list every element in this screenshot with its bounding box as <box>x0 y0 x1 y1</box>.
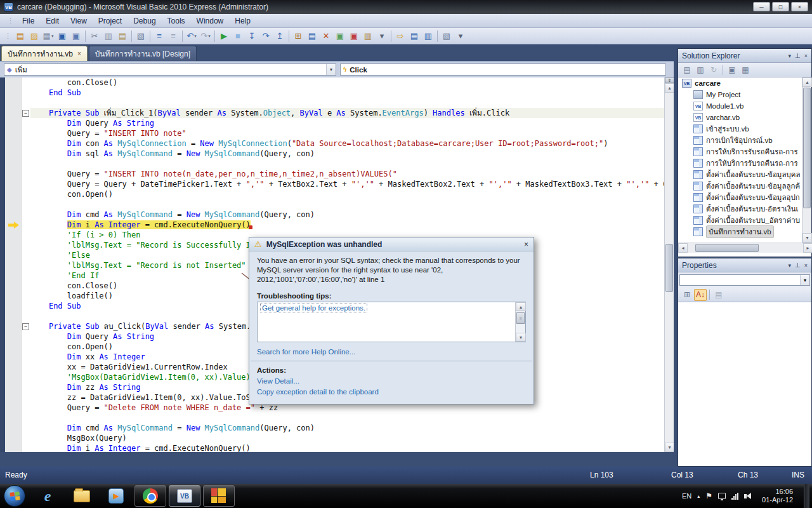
scroll-down-icon[interactable]: ▾ <box>665 443 674 452</box>
copy-icon[interactable]: ▥ <box>102 29 115 43</box>
save-icon[interactable]: ▣ <box>55 29 69 43</box>
tree-item[interactable]: VBcarcare <box>678 77 811 89</box>
menu-project[interactable]: Project <box>93 15 127 27</box>
combo-dropdown-icon[interactable]: ▾ <box>800 275 809 285</box>
dialog-close-icon[interactable]: × <box>524 240 528 249</box>
properties-icon[interactable]: ▤ <box>681 64 693 76</box>
save-all-icon[interactable]: ▣ <box>69 29 83 43</box>
show-desktop-button[interactable] <box>804 484 809 508</box>
tips-scrollbar[interactable]: ▴ ≡ ▾ <box>515 302 525 342</box>
code-line[interactable]: con.Close() <box>30 77 664 88</box>
properties-object-combo[interactable]: ▾ <box>679 274 810 286</box>
view-code-icon[interactable]: ▣ <box>726 64 738 76</box>
code-line[interactable] <box>30 159 664 169</box>
tips-scroll-thumb[interactable]: ≡ <box>516 312 525 324</box>
refresh-icon[interactable]: ↻ <box>707 64 720 76</box>
editor-vscroll-thumb[interactable] <box>665 244 673 292</box>
ie-icon[interactable]: e <box>32 485 63 507</box>
properties-window-icon[interactable]: ▤ <box>305 29 319 43</box>
tree-item[interactable]: VBModule1.vb <box>678 100 811 112</box>
add-item-icon[interactable]: ▦▾ <box>41 29 55 43</box>
code-line[interactable]: MsgBox(Query) <box>30 433 664 443</box>
events-combo[interactable]: ϟ Click <box>340 64 666 76</box>
error-list-icon[interactable]: ▣ <box>347 29 361 43</box>
tab-close-icon[interactable]: × <box>77 50 81 57</box>
step-over-icon[interactable]: ↷ <box>259 29 273 43</box>
tree-item[interactable]: ตั้งค่าเบื้องต้นระบบ-ข้อมูลลูกค้ <box>678 180 811 192</box>
cut-icon[interactable]: ✂ <box>88 29 102 43</box>
panel-close-icon[interactable]: × <box>804 262 808 269</box>
show-hidden-icons-icon[interactable]: ▴ <box>697 493 700 499</box>
comment-icon[interactable]: ≡ <box>152 29 166 43</box>
signal-icon[interactable] <box>731 493 738 500</box>
code-line[interactable]: Dim cmd As MySqlCommand = New MySqlComma… <box>30 423 664 433</box>
editor-splitter-handle[interactable]: ⇕ <box>665 77 674 83</box>
open-file-icon[interactable]: ▨ <box>27 29 41 43</box>
copy-exception-detail-link[interactable]: Copy exception detail to the clipboard <box>249 386 534 397</box>
new-item-icon[interactable]: ▤ <box>13 29 27 43</box>
solution-vscroll-thumb[interactable] <box>803 88 811 208</box>
tree-item[interactable]: ตั้งค่าเบื้องต้นระบบ-อัตราเงินเ <box>678 203 811 215</box>
solution-hscroll-thumb[interactable] <box>695 244 759 252</box>
tree-item[interactable]: บันทึกการทำงาน.vb <box>678 226 811 237</box>
taskbar-clock[interactable]: 16:06 01-Apr-12 <box>757 488 798 504</box>
code-line[interactable]: Dim Query As String <box>30 118 664 128</box>
code-line[interactable]: End Sub <box>30 88 664 98</box>
scroll-left-icon[interactable]: ◂ <box>678 243 688 253</box>
categorized-icon[interactable]: ⊞ <box>681 289 693 301</box>
tree-item[interactable]: ตั้งค่าเบื้องต้นระบบ_อัตราค่าบ <box>678 215 811 226</box>
solution-explorer-icon[interactable]: ⊞ <box>291 29 305 43</box>
panel-close-icon[interactable]: × <box>804 53 808 59</box>
wmp-icon[interactable]: ▶ <box>100 485 132 507</box>
code-line[interactable]: Query = Query + DateTimePicker1.Text + "… <box>30 179 664 189</box>
tab-design[interactable]: บันทึกการทำงาน.vb [Design] <box>89 46 197 61</box>
code-line[interactable]: Query = "INSERT INTO note" <box>30 128 664 138</box>
step-into-icon[interactable]: ↧ <box>245 29 259 43</box>
code-line[interactable] <box>30 98 664 108</box>
immediate-window-icon[interactable]: ▥ <box>361 29 375 43</box>
menu-view[interactable]: View <box>65 15 92 27</box>
network-icon[interactable] <box>718 493 726 499</box>
editor-vertical-scrollbar[interactable]: ⇕ ▴ ▾ <box>664 77 674 452</box>
minimize-button[interactable]: ─ <box>753 2 770 11</box>
code-line[interactable]: Query = "INSERT INTO note(n_date,per_no,… <box>30 169 664 179</box>
find-icon[interactable]: ▧ <box>134 29 148 43</box>
continue-icon[interactable]: ▶ <box>217 29 231 43</box>
step-out-icon[interactable]: ↥ <box>273 29 287 43</box>
code-line[interactable]: con.Open() <box>30 189 664 199</box>
view-designer-icon[interactable]: ▦ <box>739 64 752 76</box>
menu-help[interactable]: Help <box>230 15 256 27</box>
paste-icon[interactable]: ▤ <box>115 29 129 43</box>
pin-icon[interactable]: ⊤ <box>795 52 801 59</box>
tree-item[interactable]: การให้บริการรับรถคืนรถ-การ <box>678 157 811 169</box>
code-line[interactable] <box>30 199 664 210</box>
code-line[interactable]: Dim i As Integer = cmd.ExecuteNonQuery() <box>30 220 664 230</box>
breakpoint-gutter[interactable] <box>5 77 22 452</box>
menu-window[interactable]: Window <box>192 15 229 27</box>
undo-icon[interactable]: ↶▾ <box>185 29 199 43</box>
volume-icon[interactable] <box>744 493 751 499</box>
tools-icon[interactable]: ✕ <box>319 29 333 43</box>
solution-explorer-title-bar[interactable]: Solution Explorer ▾ ⊤ × <box>678 49 811 63</box>
action-center-flag-icon[interactable]: ⚑ <box>705 491 712 500</box>
solution-vertical-scrollbar[interactable]: ▴ ▾ <box>802 77 811 243</box>
tree-item[interactable]: เข้าสู่ระบบ.vb <box>678 123 811 135</box>
data-sources-icon[interactable]: ▣ <box>333 29 347 43</box>
collapse-toggle-icon[interactable]: − <box>22 323 29 330</box>
code-line[interactable]: Dim cmd As MySqlCommand = New MySqlComma… <box>30 210 664 220</box>
view-detail-link[interactable]: View Detail... <box>249 375 534 386</box>
code-line[interactable] <box>30 413 664 423</box>
breakpoints-window-icon[interactable]: ▤ <box>407 29 421 43</box>
scroll-up-icon[interactable]: ▴ <box>802 77 812 87</box>
break-all-icon[interactable]: ■ <box>231 29 245 43</box>
tree-item[interactable]: การให้บริการรับรถคืนรถ-การ <box>678 146 811 157</box>
output-window-icon[interactable]: ▥ <box>421 29 435 43</box>
menu-debug[interactable]: Debug <box>128 15 160 27</box>
show-all-files-icon[interactable]: ▥ <box>694 64 707 76</box>
maximize-button[interactable]: □ <box>772 2 789 11</box>
panel-menu-dropdown-icon[interactable]: ▾ <box>788 262 791 269</box>
tree-item[interactable]: ตั้งค่าเบื้องต้นระบบ-ข้อมูลอุปก <box>678 192 811 203</box>
show-next-statement-icon[interactable]: ⇨ <box>393 29 407 43</box>
close-button[interactable]: × <box>791 2 808 11</box>
watch-window-icon[interactable]: ▧ <box>440 29 454 43</box>
